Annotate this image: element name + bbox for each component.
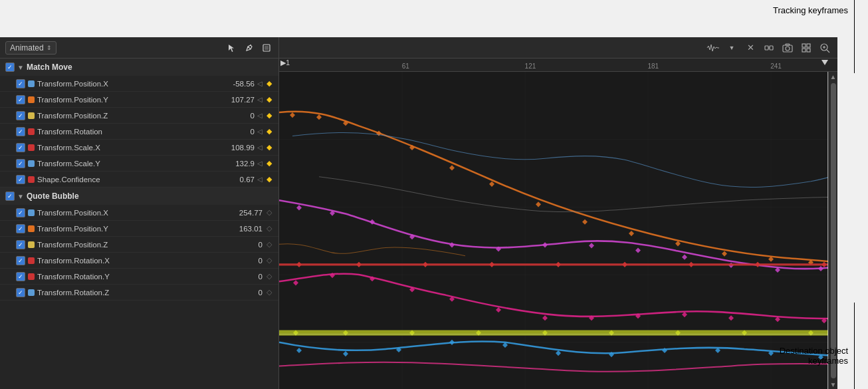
playhead-marker[interactable] bbox=[821, 60, 828, 65]
color-swatch-qb-3 bbox=[28, 257, 35, 264]
prop-checkbox-qb-4[interactable] bbox=[16, 272, 25, 281]
prop-diamond-4[interactable] bbox=[265, 144, 273, 152]
prop-checkbox-3[interactable] bbox=[16, 127, 25, 136]
right-toolbar: ▼ ✕ bbox=[279, 37, 837, 59]
prop-checkbox-qb-0[interactable] bbox=[16, 208, 25, 217]
prop-arrow-3[interactable]: ◁ bbox=[257, 128, 263, 135]
svg-rect-8 bbox=[786, 44, 790, 45]
right-panel: ▼ ✕ bbox=[279, 37, 837, 389]
prop-arrow-0[interactable]: ◁ bbox=[257, 80, 263, 87]
quote-bubble-expand[interactable]: ▼ bbox=[17, 193, 24, 200]
svg-rect-12 bbox=[807, 49, 810, 52]
prop-row-transform-position-x: Transform.Position.X -58.56 ◁ bbox=[0, 76, 278, 92]
destination-keyframes-label: Destination objectkeyframes bbox=[780, 346, 848, 366]
waveform-dropdown[interactable]: ▼ bbox=[724, 41, 739, 55]
svg-rect-10 bbox=[807, 44, 810, 47]
prop-row-transform-rotation: Transform.Rotation 0 ◁ bbox=[0, 124, 278, 140]
prop-row-qb-rotation-z: Transform.Rotation.Z 0 bbox=[0, 285, 278, 301]
prop-value-3: 0 bbox=[221, 128, 255, 136]
camera-icon[interactable] bbox=[780, 41, 795, 55]
svg-rect-9 bbox=[802, 44, 806, 47]
prop-arrow-1[interactable]: ◁ bbox=[257, 96, 263, 103]
prop-checkbox-4[interactable] bbox=[16, 143, 25, 152]
prop-name-6: Shape.Confidence bbox=[37, 176, 219, 184]
main-area: Animated ⇕ ▼ Match Move bbox=[0, 37, 837, 389]
ruler-241: 241 bbox=[770, 63, 782, 70]
zoom-in-icon[interactable] bbox=[817, 41, 832, 55]
animated-dropdown[interactable]: Animated ⇕ bbox=[5, 41, 56, 55]
color-swatch-qb-2 bbox=[28, 241, 35, 248]
group-match-move[interactable]: ▼ Match Move bbox=[0, 59, 278, 76]
pen-tool-button[interactable] bbox=[243, 41, 256, 55]
prop-arrow-6[interactable]: ◁ bbox=[257, 176, 263, 183]
prop-arrow-4[interactable]: ◁ bbox=[257, 144, 263, 151]
ruler-61: 61 bbox=[402, 63, 409, 70]
graph-area: ▲ ▼ bbox=[279, 72, 837, 389]
match-move-label: Match Move bbox=[27, 63, 72, 72]
timeline-ruler: ▶1 61 121 181 241 bbox=[279, 59, 837, 72]
grid-icon[interactable] bbox=[799, 41, 814, 55]
prop-value-2: 0 bbox=[221, 112, 255, 120]
waveform-icon[interactable] bbox=[706, 41, 720, 55]
prop-diamond-qb-3[interactable] bbox=[265, 257, 273, 265]
prop-value-4: 108.99 bbox=[221, 144, 255, 152]
prop-diamond-0[interactable] bbox=[265, 80, 273, 88]
prop-row-qb-position-y: Transform.Position.Y 163.01 bbox=[0, 221, 278, 237]
quote-bubble-label: Quote Bubble bbox=[27, 192, 79, 201]
prop-name-qb-2: Transform.Position.Z bbox=[37, 241, 227, 249]
scroll-down[interactable]: ▼ bbox=[829, 380, 837, 389]
prop-name-1: Transform.Position.Y bbox=[37, 96, 219, 104]
link-icon[interactable] bbox=[762, 41, 776, 55]
scroll-up[interactable]: ▲ bbox=[829, 72, 837, 82]
close-icon[interactable]: ✕ bbox=[743, 41, 758, 55]
select-tool-button[interactable] bbox=[260, 41, 273, 55]
prop-checkbox-6[interactable] bbox=[16, 175, 25, 184]
color-swatch-4 bbox=[28, 144, 35, 151]
prop-value-6: 0.67 bbox=[221, 176, 255, 184]
prop-name-qb-4: Transform.Rotation.Y bbox=[37, 273, 227, 281]
prop-diamond-5[interactable] bbox=[265, 160, 273, 168]
prop-row-transform-position-z: Transform.Position.Z 0 ◁ bbox=[0, 108, 278, 124]
prop-diamond-qb-1[interactable] bbox=[265, 225, 273, 233]
prop-diamond-1[interactable] bbox=[265, 96, 273, 104]
prop-diamond-qb-2[interactable] bbox=[265, 241, 273, 249]
prop-name-0: Transform.Position.X bbox=[37, 80, 219, 88]
prop-value-1: 107.27 bbox=[221, 96, 255, 104]
prop-value-qb-4: 0 bbox=[229, 273, 263, 281]
annotation-line-top bbox=[854, 0, 855, 73]
prop-checkbox-qb-1[interactable] bbox=[16, 224, 25, 233]
prop-checkbox-qb-3[interactable] bbox=[16, 256, 25, 265]
prop-arrow-5[interactable]: ◁ bbox=[257, 160, 263, 167]
match-move-checkbox[interactable] bbox=[5, 63, 15, 72]
prop-checkbox-5[interactable] bbox=[16, 159, 25, 168]
prop-checkbox-qb-2[interactable] bbox=[16, 240, 25, 249]
annotation-bottom-right: Destination objectkeyframes bbox=[780, 346, 848, 366]
svg-rect-11 bbox=[802, 49, 806, 52]
prop-value-5: 132.9 bbox=[221, 160, 255, 168]
prop-arrow-2[interactable]: ◁ bbox=[257, 112, 263, 119]
prop-checkbox-2[interactable] bbox=[16, 111, 25, 120]
match-move-expand[interactable]: ▼ bbox=[17, 64, 24, 71]
prop-diamond-qb-5[interactable] bbox=[265, 289, 273, 297]
group-quote-bubble[interactable]: ▼ Quote Bubble bbox=[0, 188, 278, 205]
prop-checkbox-0[interactable] bbox=[16, 79, 25, 88]
svg-line-14 bbox=[827, 50, 829, 53]
prop-diamond-qb-4[interactable] bbox=[265, 273, 273, 281]
prop-value-qb-1: 163.01 bbox=[229, 225, 263, 233]
animated-label: Animated bbox=[10, 43, 44, 53]
prop-checkbox-1[interactable] bbox=[16, 95, 25, 104]
prop-diamond-2[interactable] bbox=[265, 112, 273, 120]
prop-diamond-3[interactable] bbox=[265, 128, 273, 136]
right-scrollbar[interactable]: ▲ ▼ bbox=[828, 72, 837, 389]
svg-point-7 bbox=[786, 47, 790, 51]
prop-value-qb-3: 0 bbox=[229, 257, 263, 265]
cursor-tool-button[interactable] bbox=[225, 41, 239, 55]
prop-checkbox-qb-5[interactable] bbox=[16, 288, 25, 297]
scroll-thumb[interactable] bbox=[831, 83, 836, 378]
ruler-181: 181 bbox=[647, 63, 659, 70]
quote-bubble-checkbox[interactable] bbox=[5, 192, 15, 201]
prop-diamond-6[interactable] bbox=[265, 176, 273, 184]
prop-value-0: -58.56 bbox=[221, 80, 255, 88]
color-swatch-2 bbox=[28, 112, 35, 119]
prop-diamond-qb-0[interactable] bbox=[265, 209, 273, 217]
